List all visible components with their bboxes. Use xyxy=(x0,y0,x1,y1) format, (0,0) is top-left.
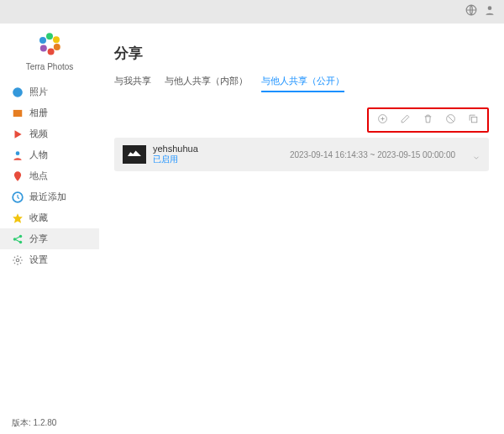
sidebar-item-label: 分享 xyxy=(29,233,48,245)
main-content: 分享 与我共享 与他人共享（内部） 与他人共享（公开） yehshuhua 已启… xyxy=(99,24,504,434)
clock-icon xyxy=(12,191,24,203)
thumbnail xyxy=(123,145,146,164)
toolbar xyxy=(367,107,489,133)
sidebar-item-label: 最近添加 xyxy=(29,191,66,203)
brand-name: Terra Photos xyxy=(0,62,99,71)
sidebar-item-albums[interactable]: 相册 xyxy=(0,102,99,123)
gear-icon xyxy=(12,254,24,266)
copy-icon[interactable] xyxy=(468,112,479,128)
photo-icon xyxy=(12,86,24,98)
sidebar-item-places[interactable]: 地点 xyxy=(0,165,99,186)
people-icon xyxy=(12,149,24,161)
sidebar-item-settings[interactable]: 设置 xyxy=(0,249,99,270)
tab-shared-internal[interactable]: 与他人共享（内部） xyxy=(165,75,248,92)
sidebar-item-label: 视频 xyxy=(29,128,48,140)
svg-point-11 xyxy=(16,151,20,155)
sidebar: Terra Photos 照片 相册 视频 人物 地点 最近添加 收藏 分享 设… xyxy=(0,24,99,434)
chevron-down-icon[interactable] xyxy=(472,150,480,159)
video-icon xyxy=(12,128,24,140)
tabs: 与我共享 与他人共享（内部） 与他人共享（公开） xyxy=(114,75,489,92)
svg-point-3 xyxy=(53,36,60,43)
delete-icon[interactable] xyxy=(423,112,433,128)
svg-point-2 xyxy=(46,33,53,39)
svg-marker-10 xyxy=(15,130,22,138)
share-icon xyxy=(12,233,24,245)
svg-rect-9 xyxy=(13,109,23,116)
star-icon xyxy=(12,212,24,224)
page-title: 分享 xyxy=(114,44,489,63)
svg-marker-13 xyxy=(13,213,23,223)
sidebar-item-recent[interactable]: 最近添加 xyxy=(0,186,99,207)
sidebar-item-label: 设置 xyxy=(29,254,48,266)
logo: Terra Photos xyxy=(0,24,99,76)
share-status: 已启用 xyxy=(153,154,290,165)
svg-point-6 xyxy=(40,45,47,52)
sidebar-item-favorites[interactable]: 收藏 xyxy=(0,207,99,228)
globe-icon[interactable] xyxy=(465,4,477,19)
tab-shared-with-me[interactable]: 与我共享 xyxy=(114,75,151,92)
sidebar-item-label: 收藏 xyxy=(29,212,48,224)
sidebar-item-label: 照片 xyxy=(29,86,48,98)
sidebar-item-label: 人物 xyxy=(29,149,48,161)
share-date: 2023-09-14 16:14:33 ~ 2023-09-15 00:00:0… xyxy=(290,150,455,159)
sidebar-item-photos[interactable]: 照片 xyxy=(0,81,99,102)
svg-point-4 xyxy=(54,44,60,50)
pin-icon xyxy=(12,170,24,182)
sidebar-item-people[interactable]: 人物 xyxy=(0,144,99,165)
sidebar-item-label: 相册 xyxy=(29,107,48,119)
disable-icon[interactable] xyxy=(445,112,456,128)
svg-point-7 xyxy=(39,37,46,44)
sidebar-item-videos[interactable]: 视频 xyxy=(0,123,99,144)
sidebar-item-label: 地点 xyxy=(29,170,48,182)
add-icon[interactable] xyxy=(377,112,388,128)
share-name: yehshuhua xyxy=(153,144,290,154)
tab-shared-public[interactable]: 与他人共享（公开） xyxy=(261,75,344,92)
sidebar-item-share[interactable]: 分享 xyxy=(0,228,99,249)
version-label: 版本: 1.2.80 xyxy=(12,417,56,429)
svg-point-8 xyxy=(13,87,23,97)
svg-point-5 xyxy=(48,49,55,55)
edit-icon[interactable] xyxy=(400,112,411,128)
album-icon xyxy=(12,107,24,119)
share-list-item[interactable]: yehshuhua 已启用 2023-09-14 16:14:33 ~ 2023… xyxy=(114,138,489,171)
svg-point-1 xyxy=(488,6,492,10)
svg-point-17 xyxy=(16,259,19,262)
user-icon[interactable] xyxy=(484,4,496,19)
svg-rect-20 xyxy=(471,117,477,123)
